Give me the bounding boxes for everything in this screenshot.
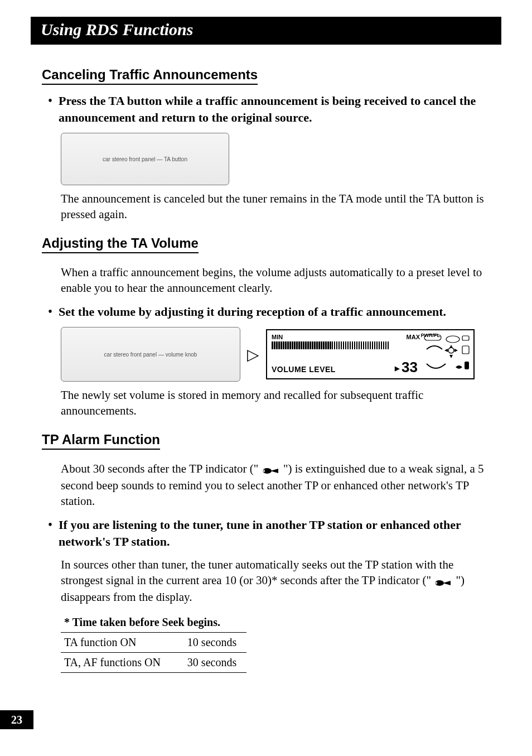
svg-point-10 — [263, 468, 272, 474]
svg-rect-7 — [462, 346, 469, 354]
svg-point-13 — [435, 580, 444, 586]
section-title-ta-volume: Adjusting the TA Volume — [42, 235, 199, 253]
table-row: TA, AF functions ON 30 seconds — [61, 653, 246, 673]
svg-rect-15 — [435, 583, 437, 584]
display-volume-value: 33 — [395, 359, 418, 376]
tp-indicator-icon — [434, 574, 453, 589]
table-row: TA function ON 10 seconds — [61, 633, 246, 653]
svg-rect-0 — [424, 335, 441, 340]
display-control-cluster-icon — [423, 334, 470, 375]
figure-display-panel: MIN MAX PWR/FL VOLUME LEVEL 33 — [266, 329, 475, 379]
bullet-dot: • — [42, 93, 59, 126]
svg-rect-11 — [263, 470, 265, 471]
svg-rect-9 — [465, 362, 469, 369]
display-min-label: MIN — [272, 334, 283, 340]
tp-alarm-intro-a: About 30 seconds after the TP indicator … — [61, 462, 262, 475]
bullet-dot: • — [42, 304, 59, 320]
volume-bar-graphic — [272, 341, 389, 349]
bullet-dot: • — [42, 517, 59, 550]
cancel-after-fig-text: The announcement is canceled but the tun… — [61, 191, 490, 222]
display-volume-label: VOLUME LEVEL — [272, 365, 336, 374]
seek-time-table: * Time taken before Seek begins. TA func… — [61, 613, 246, 673]
ta-volume-after-fig-text: The newly set volume is stored in memory… — [61, 387, 490, 418]
tp-alarm-intro: About 30 seconds after the TP indicator … — [61, 461, 490, 509]
svg-rect-12 — [263, 471, 265, 473]
ta-volume-intro: When a traffic announcement begins, the … — [61, 264, 490, 296]
section-title-cancel: Canceling Traffic Announcements — [42, 67, 258, 85]
figure-alt: car stereo front panel — volume knob — [104, 351, 197, 358]
section-title-tp-alarm: TP Alarm Function — [42, 432, 160, 450]
svg-marker-6 — [454, 349, 458, 352]
seek-row-0-value: 10 seconds — [171, 633, 246, 653]
svg-point-1 — [446, 336, 460, 343]
tp-indicator-icon — [262, 462, 280, 478]
page-number: 23 — [0, 710, 33, 729]
tp-alarm-bullet-text: If you are listening to the tuner, tune … — [59, 517, 490, 550]
display-max-label: MAX — [407, 334, 420, 340]
svg-point-3 — [448, 348, 454, 353]
figure-volume-row: car stereo front panel — volume knob ▷ M… — [61, 327, 490, 382]
chapter-title: Using RDS Functions — [31, 17, 501, 45]
seek-table-caption: * Time taken before Seek begins. — [61, 613, 246, 633]
cancel-bullet-text: Press the TA button while a traffic anno… — [59, 93, 490, 126]
figure-alt: car stereo front panel — TA button — [103, 156, 187, 162]
svg-marker-8 — [449, 355, 453, 358]
tp-alarm-body2: In sources other than tuner, the tuner a… — [61, 557, 490, 605]
arrow-icon: ▷ — [247, 345, 259, 364]
ta-volume-bullet-text: Set the volume by adjusting it during re… — [59, 304, 446, 320]
tp-alarm-body2-a: In sources other than tuner, the tuner a… — [61, 558, 453, 587]
seek-row-1-label: TA, AF functions ON — [61, 653, 171, 673]
svg-marker-5 — [444, 349, 448, 352]
svg-marker-4 — [449, 345, 453, 348]
svg-rect-14 — [435, 582, 437, 583]
svg-rect-2 — [462, 336, 469, 340]
seek-row-1-value: 30 seconds — [171, 653, 246, 673]
seek-row-0-label: TA function ON — [61, 633, 171, 653]
figure-stereo-volume-knob: car stereo front panel — volume knob — [61, 327, 240, 382]
figure-stereo-ta-button: car stereo front panel — TA button — [61, 133, 229, 185]
